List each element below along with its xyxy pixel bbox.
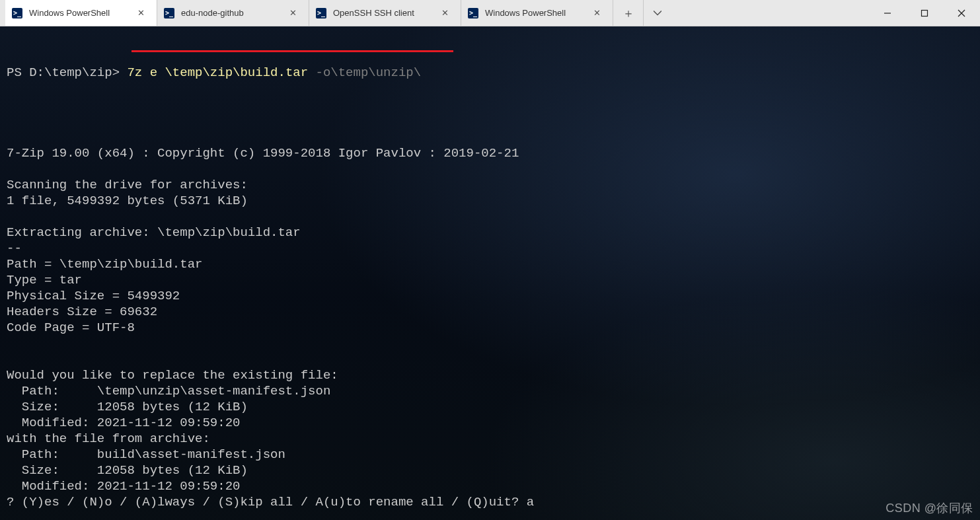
prompt-text: PS D:\temp\zip> (7, 65, 127, 81)
window-controls (869, 0, 980, 26)
minimize-icon (884, 9, 891, 17)
tab-openssh[interactable]: >_ OpenSSH SSH client ✕ (309, 0, 461, 26)
chevron-down-icon (654, 11, 661, 16)
titlebar-drag-area[interactable] (671, 0, 869, 26)
close-icon[interactable]: ✕ (136, 8, 146, 18)
tab-label: Windows PowerShell (485, 8, 585, 18)
red-underline-annotation (132, 50, 453, 52)
tab-label: OpenSSH SSH client (333, 8, 433, 18)
close-icon[interactable]: ✕ (288, 8, 298, 18)
prompt-line: PS D:\temp\zip> 7z e \temp\zip\build.tar… (7, 65, 973, 81)
maximize-button[interactable] (906, 0, 943, 26)
close-button[interactable] (943, 0, 980, 26)
tab-label: Windows PowerShell (29, 8, 130, 18)
close-icon (958, 9, 965, 17)
tab-strip: >_ Windows PowerShell ✕ >_ edu-node-gith… (0, 0, 671, 26)
terminal-output: 7-Zip 19.00 (x64) : Copyright (c) 1999-2… (7, 130, 973, 520)
tab-powershell-2[interactable]: >_ Windows PowerShell ✕ (461, 0, 613, 26)
tab-label: edu-node-github (181, 8, 282, 18)
tab-edu-node-github[interactable]: >_ edu-node-github ✕ (157, 0, 309, 26)
minimize-button[interactable] (869, 0, 906, 26)
new-tab-button[interactable]: ＋ (613, 0, 644, 26)
powershell-icon: >_ (12, 8, 22, 19)
terminal-pane[interactable]: PS D:\temp\zip> 7z e \temp\zip\build.tar… (0, 26, 980, 520)
maximize-icon (921, 9, 928, 17)
watermark-text: CSDN @徐同保 (886, 500, 973, 516)
tab-dropdown-button[interactable] (644, 0, 671, 26)
tab-powershell-1[interactable]: >_ Windows PowerShell ✕ (5, 0, 157, 26)
powershell-icon: >_ (468, 8, 478, 19)
close-icon[interactable]: ✕ (592, 8, 602, 18)
command-option-text: -o\temp\unzip\ (315, 65, 421, 81)
powershell-icon: >_ (164, 8, 174, 19)
close-icon[interactable]: ✕ (440, 8, 450, 18)
powershell-icon: >_ (316, 8, 326, 19)
svg-rect-1 (922, 10, 928, 16)
command-text: 7z e \temp\zip\build.tar (127, 65, 315, 81)
titlebar: >_ Windows PowerShell ✕ >_ edu-node-gith… (0, 0, 980, 26)
